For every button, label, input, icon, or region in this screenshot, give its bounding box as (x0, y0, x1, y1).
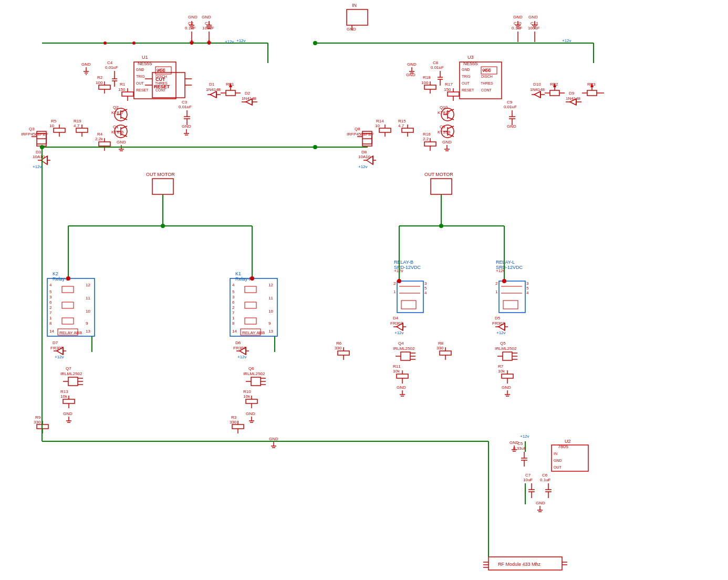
svg-text:+12v: +12v (236, 38, 246, 43)
svg-text:THRES: THRES (481, 81, 493, 85)
svg-text:R8: R8 (438, 341, 444, 346)
svg-text:10uF: 10uF (523, 478, 533, 482)
svg-text:330: 330 (335, 346, 342, 350)
svg-text:R6: R6 (336, 341, 342, 346)
svg-text:+12v: +12v (394, 330, 404, 335)
svg-text:13: 13 (268, 329, 273, 334)
svg-text:10k: 10k (393, 369, 400, 374)
svg-text:8: 8 (49, 321, 52, 326)
svg-text:GND: GND (502, 385, 511, 390)
svg-text:OUT MOTOR: OUT MOTOR (424, 172, 453, 177)
svg-text:9: 9 (86, 321, 88, 326)
svg-text:DISCH: DISCH (481, 75, 493, 78)
svg-text:IN: IN (352, 3, 357, 8)
svg-text:CONT: CONT (481, 88, 492, 92)
svg-text:R19: R19 (74, 119, 81, 123)
svg-point-527 (103, 42, 107, 45)
svg-text:R13: R13 (60, 389, 68, 394)
svg-text:RESET: RESET (462, 88, 474, 92)
svg-text:2.2k: 2.2k (95, 137, 103, 141)
svg-text:NE555: NE555 (463, 61, 478, 66)
svg-text:11: 11 (268, 296, 273, 301)
svg-text:OUT MOTOR: OUT MOTOR (146, 172, 175, 177)
svg-text:1: 1 (495, 289, 498, 294)
svg-point-529 (190, 42, 193, 45)
svg-text:GND: GND (63, 411, 72, 416)
svg-text:1N4148: 1N4148 (206, 87, 221, 92)
svg-text:GND: GND (406, 72, 415, 77)
svg-text:1: 1 (393, 289, 396, 294)
svg-text:6: 6 (232, 300, 235, 305)
svg-text:14: 14 (49, 329, 54, 334)
svg-point-520 (439, 224, 443, 228)
svg-point-522 (313, 145, 317, 149)
svg-text:2: 2 (232, 305, 235, 310)
svg-point-524 (250, 276, 254, 281)
svg-text:D8: D8 (361, 150, 367, 154)
svg-text:Relay-F: Relay-F (235, 276, 252, 282)
svg-text:10: 10 (375, 123, 380, 128)
svg-text:5: 5 (232, 289, 235, 294)
svg-text:IRLML2502: IRLML2502 (393, 346, 415, 351)
svg-text:+12v: +12v (237, 355, 247, 359)
svg-text:2: 2 (49, 305, 52, 310)
svg-text:+12v: +12v (33, 164, 42, 169)
svg-text:RESET: RESET (154, 84, 170, 89)
svg-text:Q4: Q4 (398, 341, 404, 346)
svg-text:330: 330 (230, 420, 237, 424)
svg-text:GND: GND (554, 459, 562, 462)
svg-text:GND: GND (513, 15, 523, 19)
svg-text:RELAY ABB: RELAY ABB (242, 330, 265, 335)
svg-text:2: 2 (495, 281, 498, 286)
svg-text:R1: R1 (120, 82, 126, 87)
svg-text:GND: GND (347, 27, 356, 32)
svg-text:R2: R2 (97, 75, 103, 80)
svg-text:10: 10 (86, 309, 90, 314)
svg-text:4.7: 4.7 (74, 123, 80, 128)
svg-text:3: 3 (49, 295, 52, 299)
svg-text:1N4148: 1N4148 (530, 87, 545, 92)
svg-text:TRIG: TRIG (136, 75, 145, 78)
svg-text:R11: R11 (393, 364, 401, 369)
svg-text:GND: GND (442, 140, 452, 144)
svg-text:3: 3 (526, 281, 529, 286)
svg-text:R4: R4 (97, 132, 103, 137)
svg-text:7: 7 (232, 310, 235, 315)
svg-text:0.01uF: 0.01uF (105, 65, 118, 70)
svg-text:12: 12 (268, 283, 273, 287)
svg-text:4.7: 4.7 (398, 123, 404, 128)
svg-text:4: 4 (232, 283, 235, 287)
svg-text:150: 150 (118, 87, 126, 92)
svg-text:U3: U3 (467, 55, 474, 60)
svg-text:5: 5 (526, 286, 529, 291)
svg-text:C7: C7 (525, 473, 531, 478)
svg-text:OUT: OUT (462, 81, 470, 85)
svg-text:10k: 10k (498, 369, 505, 374)
svg-text:+12v: +12v (520, 434, 529, 439)
svg-text:14: 14 (232, 329, 237, 334)
svg-point-528 (132, 42, 136, 45)
svg-text:KT816: KT816 (111, 130, 124, 134)
svg-text:K1: K1 (235, 271, 241, 276)
svg-text:D10: D10 (533, 82, 541, 87)
svg-text:R14: R14 (376, 119, 384, 123)
svg-text:12: 12 (86, 283, 90, 287)
svg-text:9: 9 (268, 321, 271, 326)
svg-text:D2: D2 (245, 91, 251, 96)
svg-text:GND: GND (81, 62, 91, 67)
svg-text:10k: 10k (243, 394, 251, 399)
svg-text:1: 1 (232, 316, 235, 320)
svg-point-521 (313, 41, 317, 45)
svg-text:RELAY ABB: RELAY ABB (59, 330, 82, 335)
svg-text:R7: R7 (498, 364, 504, 369)
svg-text:IRFP4568PBF: IRFP4568PBF (21, 132, 48, 137)
svg-text:0.1uF: 0.1uF (540, 478, 551, 482)
svg-text:D9: D9 (569, 91, 575, 96)
svg-text:Q3: Q3 (29, 127, 35, 131)
svg-text:IRLML2502: IRLML2502 (243, 371, 265, 376)
schematic-canvas: U1 NE555 GND TRIG OUT RESET VCC DISCH TH… (0, 0, 728, 580)
svg-text:Q7: Q7 (66, 366, 71, 371)
svg-text:R5: R5 (51, 119, 57, 123)
svg-text:330: 330 (34, 420, 41, 424)
svg-text:GND: GND (509, 440, 519, 445)
